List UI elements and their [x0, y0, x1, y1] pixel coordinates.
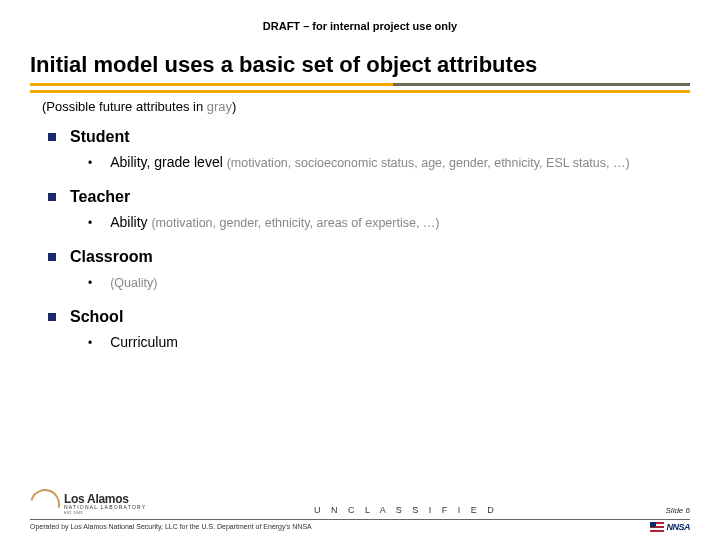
item-label: Student: [70, 128, 130, 146]
square-bullet-icon: [48, 313, 56, 321]
title-block: Initial model uses a basic set of object…: [30, 52, 690, 93]
sub-main: Curriculum: [110, 334, 178, 350]
item-school: School • Curriculum: [48, 308, 690, 350]
lanl-swoosh-icon: [30, 493, 58, 515]
dot-bullet-icon: •: [88, 336, 92, 350]
title-rule-top: [30, 83, 690, 86]
sub-gray: (Quality): [110, 276, 157, 290]
lanl-logo: Los Alamos NATIONAL LABORATORY EST. 1943: [30, 493, 146, 515]
item-subtext: Curriculum: [110, 334, 178, 350]
item-student: Student • Ability, grade level (motivati…: [48, 128, 690, 170]
lanl-est: EST. 1943: [64, 511, 146, 515]
square-bullet-icon: [48, 133, 56, 141]
draft-header: DRAFT – for internal project use only: [0, 0, 720, 32]
nnsa-logo: NNSA: [650, 522, 690, 532]
flag-icon: [650, 522, 664, 532]
dot-bullet-icon: •: [88, 156, 92, 170]
square-bullet-icon: [48, 193, 56, 201]
subtitle: (Possible future attributes in gray): [42, 99, 720, 114]
subtitle-gray-word: gray: [207, 99, 232, 114]
slide-number: Slide 6: [666, 506, 690, 515]
item-subtext: Ability (motivation, gender, ethnicity, …: [110, 214, 439, 230]
sub-gray: (motivation, gender, ethnicity, areas of…: [151, 216, 439, 230]
item-classroom: Classroom • (Quality): [48, 248, 690, 290]
item-teacher: Teacher • Ability (motivation, gender, e…: [48, 188, 690, 230]
item-label: Classroom: [70, 248, 153, 266]
sub-gray: (motivation, socioeconomic status, age, …: [227, 156, 630, 170]
content: Student • Ability, grade level (motivati…: [48, 128, 690, 350]
square-bullet-icon: [48, 253, 56, 261]
subtitle-suffix: ): [232, 99, 236, 114]
footer: Los Alamos NATIONAL LABORATORY EST. 1943…: [0, 493, 720, 540]
sub-main: Ability, grade level: [110, 154, 226, 170]
classification-label: U N C L A S S I F I E D: [146, 505, 665, 515]
title-rule-accent: [30, 90, 690, 93]
dot-bullet-icon: •: [88, 216, 92, 230]
nnsa-text: NNSA: [666, 522, 690, 532]
item-label: Teacher: [70, 188, 130, 206]
slide-title: Initial model uses a basic set of object…: [30, 52, 690, 81]
item-subtext: (Quality): [110, 274, 157, 290]
footer-rule: [30, 519, 690, 520]
item-label: School: [70, 308, 123, 326]
dot-bullet-icon: •: [88, 276, 92, 290]
operated-by: Operated by Los Alamos National Security…: [30, 523, 690, 530]
sub-main: Ability: [110, 214, 151, 230]
item-subtext: Ability, grade level (motivation, socioe…: [110, 154, 629, 170]
subtitle-prefix: (Possible future attributes in: [42, 99, 207, 114]
